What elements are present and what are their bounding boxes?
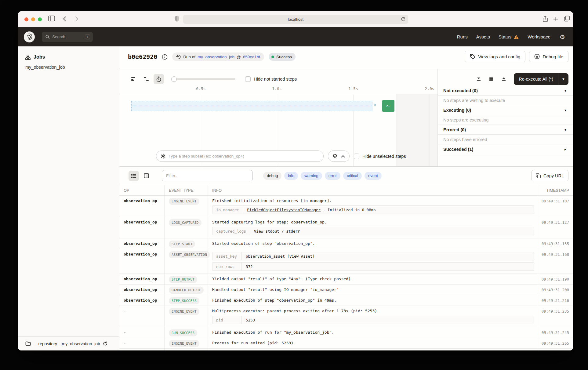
warning-triangle-icon: [514, 34, 519, 39]
log-filter-input[interactable]: Filter...: [162, 170, 253, 181]
info-icon[interactable]: [162, 54, 168, 60]
log-event-type-badge: ENGINE_EVENT: [169, 308, 199, 315]
log-table-row[interactable]: observation_op STEP_SUCCESS Finished exe…: [119, 295, 573, 306]
log-level-pill-debug[interactable]: debug: [263, 172, 281, 180]
step-status-panel: Not executed (0) ▾ No steps are waiting …: [437, 69, 573, 166]
metadata-link[interactable]: PickledObjectFilesystemIOManager: [247, 208, 321, 212]
copy-url-button[interactable]: Copy URL: [531, 170, 568, 181]
log-table-row[interactable]: observation_op STEP_OUTPUT Yielded outpu…: [119, 274, 573, 285]
search-icon: [45, 34, 50, 39]
status-section-header[interactable]: Errored (0) ▾: [438, 125, 573, 135]
log-table-row[interactable]: - ENGINE_EVENT Multiprocess executor: pa…: [119, 306, 573, 327]
address-bar[interactable]: localhost: [183, 15, 408, 24]
minimize-window-button[interactable]: [31, 17, 35, 21]
close-window-button[interactable]: [24, 17, 28, 21]
log-toolbar: Filter... debuginfowarningerrorcriticale…: [119, 167, 573, 185]
run-id: b0e62920: [128, 53, 157, 60]
global-search-input[interactable]: Search... /: [42, 32, 93, 42]
share-icon[interactable]: [543, 16, 548, 22]
time-tick: 2.0s: [425, 86, 434, 91]
log-table-row[interactable]: observation_op ENGINE_EVENT Finished ini…: [119, 196, 573, 217]
log-table-row[interactable]: observation_op LOGS_CAPTURED Started cap…: [119, 217, 573, 238]
tab-overview-icon[interactable]: [564, 16, 570, 22]
forward-icon[interactable]: [75, 16, 78, 22]
jobs-sidebar: Jobs my_observation_job __repository__my…: [18, 46, 119, 350]
back-icon[interactable]: [63, 16, 66, 22]
dagster-logo[interactable]: [24, 31, 35, 42]
chevron-up-icon[interactable]: [341, 155, 345, 158]
op-selector-icon: [161, 154, 166, 159]
event-log-table: OP EVENT TYPE INFO TIMESTAMP observation…: [119, 185, 573, 350]
log-event-type-badge: ENGINE_EVENT: [169, 340, 199, 347]
log-table-row[interactable]: - ENGINE_EVENT Process for run exited (p…: [119, 338, 573, 349]
commit-link[interactable]: 659ee1bf: [243, 55, 260, 59]
hide-unselected-checkbox[interactable]: [354, 154, 359, 159]
log-level-pill-info[interactable]: info: [284, 172, 298, 180]
nav-status[interactable]: Status: [499, 34, 519, 39]
log-timestamp: 09:49:31.168: [539, 249, 573, 274]
reload-icon[interactable]: [401, 17, 405, 22]
log-info-text: Finished execution of run for "my_observ…: [212, 330, 534, 335]
search-placeholder: Search...: [52, 34, 82, 39]
refresh-icon[interactable]: [103, 341, 107, 346]
log-table-header: OP EVENT TYPE INFO TIMESTAMP: [119, 185, 573, 196]
status-section-header[interactable]: Executing (0) ▾: [438, 105, 573, 115]
log-event-type-badge: ASSET_OBSERVATION: [169, 251, 210, 258]
time-tick: 1.0s: [272, 86, 281, 91]
history-icon: [176, 54, 181, 59]
log-op: observation_op: [124, 298, 157, 303]
status-section-header[interactable]: Succeeded (1) ▸: [438, 144, 573, 154]
graph-query-toolbar[interactable]: [328, 151, 350, 162]
nav-runs[interactable]: Runs: [457, 34, 468, 39]
nav-assets[interactable]: Assets: [476, 34, 490, 39]
divider: [119, 94, 437, 94]
log-timestamp: 09:49:31.216: [539, 295, 573, 306]
log-timestamp: 09:49:31.190: [539, 274, 573, 284]
debug-file-button[interactable]: Debug file: [529, 51, 568, 62]
log-structured-view-icon[interactable]: [141, 171, 151, 181]
hide-unselected-toggle[interactable]: Hide unselected steps: [354, 154, 406, 159]
event-metadata-row: captured_logsView stdout / stderr: [212, 227, 534, 235]
metadata-link[interactable]: View Asset: [289, 254, 312, 259]
event-log-section: Filter... debuginfowarningerrorcriticale…: [119, 166, 573, 350]
log-table-row[interactable]: observation_op HANDLED_OUTPUT Handled ou…: [119, 285, 573, 295]
job-link[interactable]: my_observation_job: [198, 55, 234, 59]
status-section-empty: No steps are waiting to execute: [438, 96, 573, 105]
sidebar-item-job[interactable]: my_observation_job: [18, 65, 119, 70]
view-tags-config-button[interactable]: View tags and config: [465, 51, 525, 62]
log-level-pill-error[interactable]: error: [325, 172, 340, 180]
event-metadata-row: pid5253: [212, 316, 534, 324]
log-op: -: [124, 341, 126, 345]
new-tab-icon[interactable]: [553, 16, 558, 22]
log-level-pill-critical[interactable]: critical: [343, 172, 362, 180]
gantt-step-observation-op[interactable]: o…: [382, 100, 394, 112]
log-table-row[interactable]: observation_op ASSET_OBSERVATION asset_k…: [119, 249, 573, 274]
copy-icon: [536, 173, 541, 178]
log-table-row[interactable]: observation_op STEP_START Started execut…: [119, 238, 573, 249]
log-level-pill-warning[interactable]: warning: [301, 172, 322, 180]
chevron-icon: ▾: [564, 89, 566, 93]
log-event-type-badge: RUN_SUCCESS: [169, 329, 197, 336]
settings-gear-icon[interactable]: ⚙: [560, 34, 565, 40]
status-section-header[interactable]: Not executed (0) ▾: [438, 86, 573, 96]
shield-icon[interactable]: [174, 16, 180, 22]
zoom-window-button[interactable]: [38, 17, 42, 21]
log-timestamp: 09:49:31.127: [539, 217, 573, 238]
log-timestamp: 09:49:31.235: [539, 306, 573, 327]
column-header-event-type: EVENT TYPE: [165, 185, 208, 195]
success-dot: [271, 56, 274, 58]
repository-row[interactable]: __repository__my_observation_job: [18, 336, 119, 350]
log-op: observation_op: [124, 252, 157, 256]
log-level-pill-event[interactable]: event: [365, 172, 382, 180]
log-timestamp: 09:49:31.107: [539, 196, 573, 217]
column-header-info: INFO: [208, 185, 539, 195]
log-table-row[interactable]: - RUN_SUCCESS Finished execution of run …: [119, 327, 573, 338]
nav-workspace[interactable]: Workspace: [528, 34, 550, 39]
log-list-view-icon[interactable]: [129, 171, 139, 181]
download-icon: [534, 54, 540, 59]
browser-chrome: localhost: [18, 11, 573, 27]
log-info-text: Multiprocess executor: parent process ex…: [212, 309, 534, 314]
step-subset-input[interactable]: Type a step subset (ex: observation_op+): [156, 151, 324, 162]
sidebar-toggle-icon[interactable]: [48, 16, 55, 21]
status-section-empty: No steps are executing: [438, 115, 573, 125]
